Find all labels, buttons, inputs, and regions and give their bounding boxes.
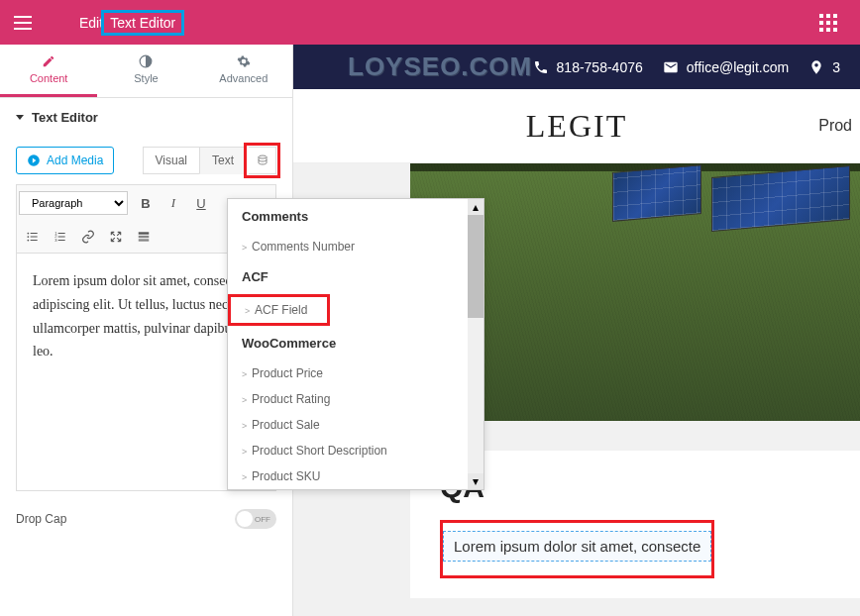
dropdown-item-acf-field[interactable]: ACF Field	[231, 297, 327, 323]
svg-point-2	[27, 233, 29, 235]
qa-heading: QA	[440, 470, 830, 504]
media-icon	[27, 154, 41, 167]
svg-point-4	[27, 240, 29, 242]
dropdown-item-woo[interactable]: Product SKU	[228, 463, 468, 489]
fullscreen-button[interactable]	[104, 225, 128, 249]
phone-link[interactable]: 818-758-4076	[533, 59, 643, 75]
section-title: Text Editor	[32, 110, 98, 125]
apps-icon	[819, 14, 837, 32]
format-select[interactable]: Paragraph	[19, 191, 128, 215]
dropcap-label: Drop Cap	[16, 512, 66, 526]
phone-icon	[533, 59, 549, 75]
contrast-icon	[139, 54, 153, 68]
database-icon	[257, 154, 269, 167]
text-editor-widget[interactable]: Lorem ipsum dolor sit amet, consecte	[443, 531, 711, 562]
svg-point-3	[27, 236, 29, 238]
dynamic-tags-button[interactable]	[249, 147, 276, 174]
hamburger-icon	[14, 16, 32, 30]
dropdown-scrollbar[interactable]: ▴ ▾	[468, 199, 484, 489]
dropdown-item-woo[interactable]: Product Short Description	[228, 438, 468, 463]
dropcap-toggle[interactable]: OFF	[235, 509, 276, 529]
brand-logo[interactable]: LEGIT	[526, 108, 627, 145]
editor-tab-visual[interactable]: Visual	[143, 147, 199, 174]
section-toggle[interactable]: Text Editor	[0, 98, 292, 137]
svg-rect-9	[139, 236, 150, 238]
link-button[interactable]	[76, 225, 100, 249]
apps-button[interactable]	[806, 0, 850, 45]
tab-advanced[interactable]: Advanced	[195, 45, 292, 97]
italic-button[interactable]: I	[161, 191, 185, 215]
dropdown-item-woo[interactable]: Product Rating	[228, 386, 468, 412]
title-prefix: Edit	[79, 15, 103, 31]
dropdown-group-woo: WooCommerce	[228, 326, 468, 360]
gear-icon	[237, 54, 251, 68]
dropdown-item-woo[interactable]: Product Price	[228, 360, 468, 386]
dropdown-group-acf: ACF	[228, 259, 468, 294]
scroll-up-icon[interactable]: ▴	[468, 199, 484, 215]
tab-style[interactable]: Style	[97, 45, 194, 97]
toolbar-toggle-button[interactable]	[132, 225, 156, 249]
bold-button[interactable]: B	[134, 191, 158, 215]
dropdown-item-comments-number[interactable]: Comments Number	[228, 234, 468, 259]
pencil-icon	[42, 54, 55, 68]
svg-text:3: 3	[54, 238, 57, 243]
add-media-button[interactable]: Add Media	[16, 147, 114, 174]
tab-content[interactable]: Content	[0, 45, 97, 97]
watermark: LOYSEO.COM	[348, 51, 532, 82]
svg-point-1	[259, 155, 267, 158]
dropdown-group-comments: Comments	[228, 199, 468, 234]
panel-title: Edit Text Editor	[79, 10, 184, 36]
number-list-button[interactable]: 123	[49, 225, 72, 249]
map-pin-icon	[808, 59, 824, 75]
svg-rect-8	[139, 232, 150, 234]
editor-tab-text[interactable]: Text	[199, 147, 247, 174]
svg-rect-10	[139, 239, 150, 241]
qa-highlight: Lorem ipsum dolor sit amet, consecte	[440, 520, 714, 578]
envelope-icon	[663, 59, 679, 75]
underline-button[interactable]: U	[189, 191, 213, 215]
email-link[interactable]: office@legit.com	[663, 59, 789, 75]
scroll-down-icon[interactable]: ▾	[468, 473, 484, 489]
caret-down-icon	[16, 115, 24, 120]
bullet-list-button[interactable]	[21, 225, 45, 249]
dynamic-tags-dropdown: Comments Comments Number ACF ACF Field W…	[227, 198, 484, 490]
dropdown-item-woo[interactable]: Product Sale	[228, 412, 468, 438]
nav-products[interactable]: Prod	[818, 117, 852, 135]
title-widget: Text Editor	[101, 10, 184, 36]
address-link[interactable]: 3	[808, 59, 840, 75]
menu-button[interactable]	[0, 0, 45, 45]
